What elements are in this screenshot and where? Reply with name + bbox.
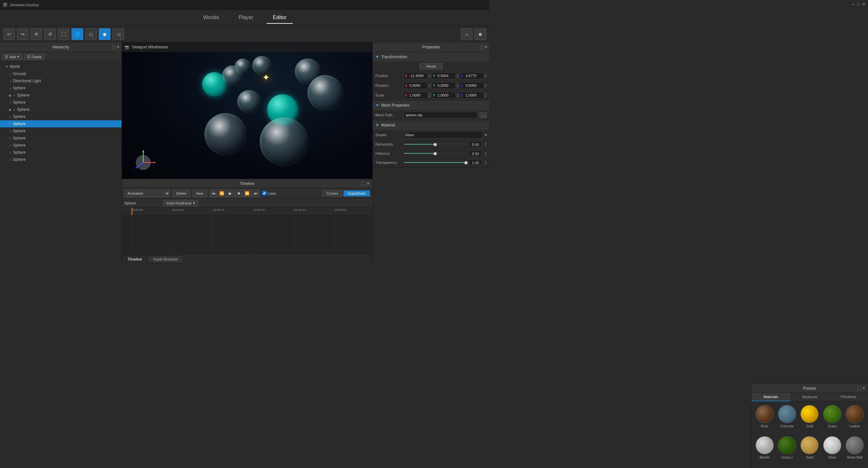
timeline-close-icon[interactable]: ✕: [367, 181, 370, 186]
scale-x-up[interactable]: ▲: [428, 93, 431, 95]
hierarchy-item-sphere10[interactable]: ✓ Sphere: [0, 149, 122, 156]
timeline-grid[interactable]: [122, 216, 372, 253]
redo-btn[interactable]: ↪: [17, 28, 29, 40]
arrow-btn[interactable]: ◁: [113, 28, 124, 40]
refractivity-down[interactable]: ▼: [485, 144, 487, 147]
expand-btn[interactable]: ⛶: [58, 28, 69, 40]
playhead[interactable]: [132, 208, 132, 215]
influence-value: 0.50: [469, 150, 482, 157]
scale-z-down[interactable]: ▼: [485, 95, 487, 97]
props-close-icon[interactable]: ✕: [485, 45, 488, 49]
timeline-bottom-tab[interactable]: Timeline: [122, 255, 148, 263]
pos-z-up[interactable]: ▲: [485, 73, 487, 76]
add-btn[interactable]: ☰ Add ▾: [2, 54, 22, 60]
rotation-y-field[interactable]: Y 0.0000: [431, 82, 456, 89]
hierarchy-expand-icon[interactable]: ⛶: [112, 45, 115, 49]
play-btn[interactable]: ▶: [226, 189, 234, 197]
rewind-btn[interactable]: ⏪: [218, 189, 226, 197]
vr-btn[interactable]: ◙: [474, 28, 486, 40]
dopesheet-tab[interactable]: DopeSheet: [343, 190, 370, 196]
refractivity-slider[interactable]: [404, 144, 466, 145]
cube-btn[interactable]: ◻: [85, 28, 97, 40]
hierarchy-item-dirlight[interactable]: ✓ Directional Light: [0, 77, 122, 85]
skip-back-btn[interactable]: ⏮: [210, 189, 217, 197]
hierarchy-item-sphere3[interactable]: ✓ Sphere: [0, 99, 122, 106]
influence-slider[interactable]: [404, 153, 466, 154]
transparency-down[interactable]: ▼: [485, 162, 487, 165]
nav-tab-worlds[interactable]: Worlds: [196, 12, 226, 24]
scale-x-field[interactable]: X 1.0000: [403, 92, 428, 99]
scale-x-down[interactable]: ▼: [428, 95, 431, 97]
mesh-browse-btn[interactable]: ...: [479, 112, 487, 118]
reset-btn[interactable]: Reset: [420, 63, 443, 69]
mesh-section-header[interactable]: ▼ Mesh Properties: [373, 100, 489, 110]
loop-checkbox[interactable]: [262, 191, 267, 195]
influence-row: Influence 0.50 ▲ ▼: [373, 149, 489, 158]
transparency-slider[interactable]: [404, 162, 466, 163]
curves-tab[interactable]: Curves: [322, 190, 342, 196]
nav-tab-player[interactable]: Player: [232, 12, 260, 24]
pos-y-up[interactable]: ▲: [457, 73, 459, 76]
insert-keyframe-btn[interactable]: Insert Keyframe ▾: [163, 200, 198, 206]
hierarchy-item-ground[interactable]: ✓ Ground: [0, 70, 122, 77]
rot-y-down[interactable]: ▼: [457, 86, 459, 88]
skip-forward-btn[interactable]: ⏭: [252, 189, 260, 197]
hierarchy-item-sphere7[interactable]: ✓ Sphere: [0, 127, 122, 134]
eye-btn[interactable]: ◉: [99, 28, 111, 40]
rot-z-up[interactable]: ▲: [485, 83, 487, 86]
scale-y-up[interactable]: ▲: [457, 93, 459, 95]
pos-y-down[interactable]: ▼: [457, 76, 459, 78]
rot-y-up[interactable]: ▲: [457, 83, 459, 86]
influence-up[interactable]: ▲: [485, 151, 487, 153]
hierarchy-item-sphere4[interactable]: ▶ ✓ Sphere: [0, 106, 122, 113]
hierarchy-item-sphere11[interactable]: ✓ Sphere: [0, 156, 122, 163]
stop-btn[interactable]: ■: [235, 189, 243, 197]
props-expand-icon[interactable]: ⛶: [480, 45, 483, 49]
asset-browser-tab[interactable]: Asset Browser: [148, 255, 184, 263]
move-btn[interactable]: ✛: [31, 28, 42, 40]
animation-select[interactable]: Animation: [124, 189, 170, 197]
hierarchy-close-icon[interactable]: ✕: [117, 45, 120, 49]
globe-btn[interactable]: 🌐: [71, 28, 83, 40]
position-y-field[interactable]: Y 0.9304: [431, 72, 456, 79]
scale-y-field[interactable]: Y 1.0000: [431, 92, 456, 99]
pos-z-down[interactable]: ▼: [485, 76, 487, 78]
rot-x-down[interactable]: ▼: [428, 86, 431, 88]
timeline-expand-icon[interactable]: ⛶: [361, 181, 365, 186]
refractivity-up[interactable]: ▲: [485, 142, 487, 144]
position-x-field[interactable]: X -11.4099: [403, 72, 428, 79]
influence-down[interactable]: ▼: [485, 153, 487, 156]
transparency-up[interactable]: ▲: [485, 160, 487, 162]
scene-viewport[interactable]: ✦: [122, 42, 372, 179]
rotation-z-field[interactable]: Z 0.0000: [460, 82, 484, 89]
home-btn[interactable]: ⌂: [461, 28, 472, 40]
nav-tab-editor[interactable]: Editor: [267, 12, 293, 24]
hierarchy-item-sphere6[interactable]: ✓ Sphere: [0, 120, 122, 127]
transformation-header[interactable]: ▼ Transformation: [373, 52, 489, 62]
rotate-reset-btn[interactable]: ↺: [44, 28, 56, 40]
hierarchy-item-sphere1[interactable]: ✓ Sphere: [0, 85, 122, 92]
rotation-x-field[interactable]: X 0.0000: [403, 82, 428, 89]
hierarchy-item-sphere9[interactable]: ✓ Sphere: [0, 142, 122, 149]
delete-btn[interactable]: ☰ Delete: [24, 54, 45, 60]
hierarchy-item-sphere8[interactable]: ✓ Sphere: [0, 134, 122, 142]
rot-x-up[interactable]: ▲: [428, 83, 431, 86]
new-anim-btn[interactable]: New: [193, 189, 207, 197]
fast-forward-btn[interactable]: ⏩: [243, 189, 251, 197]
mesh-path-input[interactable]: [403, 112, 477, 119]
rot-z-down[interactable]: ▼: [485, 86, 487, 88]
scale-y-down[interactable]: ▼: [457, 95, 459, 97]
pos-x-up[interactable]: ▲: [428, 73, 431, 76]
material-section-header[interactable]: ▼ Material: [373, 120, 489, 130]
delete-anim-btn[interactable]: Delete: [173, 189, 190, 197]
position-z-field[interactable]: Z 4.6775: [460, 72, 484, 79]
hierarchy-item-sphere2[interactable]: ▶ ✓ Sphere: [0, 92, 122, 99]
transform-gizmo[interactable]: [133, 146, 160, 172]
shader-select[interactable]: Glass Metal Plastic Matte: [403, 131, 483, 138]
hierarchy-item-world[interactable]: ▼ World: [0, 63, 122, 70]
undo-btn[interactable]: ↩: [3, 28, 15, 40]
hierarchy-item-sphere5[interactable]: ✓ Sphere: [0, 113, 122, 120]
scale-z-up[interactable]: ▲: [485, 93, 487, 95]
scale-z-field[interactable]: Z 1.0000: [460, 92, 484, 99]
pos-x-down[interactable]: ▼: [428, 76, 431, 78]
